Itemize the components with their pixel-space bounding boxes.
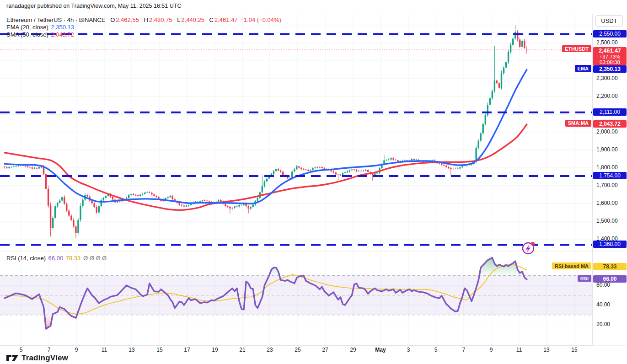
time-tick-label: 9 bbox=[75, 347, 78, 353]
rsi-tick-label: 40.00 bbox=[596, 301, 610, 308]
time-tick-label: 13 bbox=[543, 347, 549, 353]
high-value: 2,480.75 bbox=[149, 16, 172, 23]
time-tick-label: 7 bbox=[48, 347, 51, 353]
price-tick-label: 2,300.00 bbox=[596, 75, 618, 81]
footer-bar: TradingView bbox=[0, 352, 627, 364]
price-line-tag: EMA bbox=[575, 65, 591, 72]
spark-lightning-icon[interactable] bbox=[523, 242, 535, 254]
time-tick-label: 11 bbox=[516, 347, 522, 353]
time-tick-label: 15 bbox=[571, 347, 577, 353]
rsi-value-badge: 66.00 bbox=[593, 275, 627, 283]
time-axis[interactable]: 57911131517192123252729May3579111315 bbox=[0, 345, 592, 353]
time-tick-label: 23 bbox=[267, 347, 273, 353]
rsi-line-tag: RSI bbox=[578, 275, 591, 282]
open-value: 2,462.55 bbox=[116, 16, 139, 23]
rsi-label: RSI (14, close) bbox=[6, 255, 46, 262]
time-tick-label: 3 bbox=[407, 347, 410, 353]
rsi-value-badge: 78.33 bbox=[593, 263, 627, 270]
price-tick-label: 1,700.00 bbox=[596, 182, 618, 188]
ema-value: 2,350.13 bbox=[51, 24, 74, 31]
price-tick-label: 2,200.00 bbox=[596, 93, 618, 99]
price-line-tag: SMA:MA bbox=[565, 120, 591, 127]
chart-frame bbox=[0, 14, 627, 353]
time-tick-label: 29 bbox=[350, 347, 356, 353]
time-tick-label: 21 bbox=[239, 347, 245, 353]
time-tick-label: 13 bbox=[129, 347, 134, 353]
ema-value-badge: 2,350.13 bbox=[593, 65, 627, 73]
rsi-empty-values: Ø Ø Ø Ø bbox=[83, 255, 107, 262]
price-axis[interactable]: 2,500.002,300.002,200.002,000.001,900.00… bbox=[592, 14, 627, 345]
time-tick-label: 11 bbox=[102, 347, 107, 353]
low-key: L bbox=[177, 16, 180, 23]
chart-canvas[interactable] bbox=[0, 14, 627, 353]
low-value: 2,440.25 bbox=[181, 16, 204, 23]
price-level-badge: 1,754.00 bbox=[593, 172, 627, 179]
tradingview-chart-page: ranadagger published on TradingView.com,… bbox=[0, 0, 627, 364]
price-tick-label: 2,000.00 bbox=[596, 128, 618, 135]
change-value: −1.04 (−0.04%) bbox=[240, 16, 281, 23]
open-key: O bbox=[110, 16, 115, 23]
sma-value-badge: 2,043.72 bbox=[593, 120, 627, 128]
tradingview-brand[interactable]: TradingView bbox=[6, 352, 68, 364]
time-tick-label: 27 bbox=[322, 347, 328, 353]
time-tick-label: 5 bbox=[434, 347, 438, 353]
price-level-badge: 2,550.00 bbox=[593, 30, 627, 37]
ema-legend-row[interactable]: EMA (20, close) 2,350.13 bbox=[6, 24, 74, 31]
symbol-price-badge: 2,461.47+37.73%03:08:38 bbox=[593, 47, 627, 65]
publisher-line: ranadagger published on TradingView.com,… bbox=[6, 3, 181, 9]
time-tick-label: 25 bbox=[295, 347, 300, 353]
price-level-badge: 1,368.00 bbox=[593, 241, 627, 248]
close-key: C bbox=[209, 16, 214, 23]
time-tick-label: 5 bbox=[20, 347, 23, 353]
symbol-legend-row[interactable]: Ethereum / TetherUS · 4h · BINANCE O2,46… bbox=[6, 16, 281, 23]
price-level-badge: 2,111.00 bbox=[593, 108, 627, 116]
time-tick-label: 9 bbox=[490, 347, 493, 353]
rsi-legend-row[interactable]: RSI (14, close) 66.00 78.33 Ø Ø Ø Ø bbox=[6, 255, 107, 262]
rsi-value: 66.00 bbox=[48, 255, 64, 262]
price-tick-label: 2,500.00 bbox=[596, 39, 618, 46]
rsi-ma-value: 78.33 bbox=[66, 255, 81, 262]
symbol-badge-percent: +37.73% bbox=[593, 54, 627, 59]
sma-value: 2,043.72 bbox=[51, 31, 74, 38]
symbol-title: Ethereum / TetherUS · 4h · BINANCE bbox=[6, 16, 106, 23]
time-tick-label: 17 bbox=[184, 347, 190, 353]
sma-label: SMA (50, close) bbox=[6, 31, 48, 38]
sma-legend-row[interactable]: SMA (50, close) 2,043.72 bbox=[6, 31, 74, 38]
price-tick-label: 1,900.00 bbox=[596, 146, 618, 153]
high-key: H bbox=[144, 16, 148, 23]
price-tick-label: 1,800.00 bbox=[596, 164, 618, 171]
price-line-tag: ETHUSDT bbox=[562, 45, 591, 52]
symbol-badge-countdown: 03:08:38 bbox=[593, 59, 627, 65]
price-tick-label: 1,500.00 bbox=[596, 218, 618, 224]
rsi-tick-label: 20.00 bbox=[596, 321, 610, 327]
close-value: 2,461.47 bbox=[214, 16, 238, 23]
horizontal-level-lines[interactable] bbox=[0, 34, 592, 245]
time-tick-label: May bbox=[375, 347, 386, 353]
candlestick-series bbox=[4, 25, 527, 238]
symbol-badge-price: 2,461.47 bbox=[593, 48, 627, 54]
price-tick-label: 1,600.00 bbox=[596, 200, 618, 206]
time-tick-label: 7 bbox=[462, 347, 466, 353]
rsi-band bbox=[0, 275, 592, 315]
currency-toggle-button[interactable]: USDT bbox=[595, 15, 623, 27]
time-tick-label: 19 bbox=[212, 347, 218, 353]
rsi-line-tag: RSI-based MA bbox=[552, 262, 591, 269]
rsi-tick-label: 60.00 bbox=[596, 282, 610, 288]
tradingview-brand-text: TradingView bbox=[21, 353, 68, 363]
time-tick-label: 15 bbox=[156, 347, 162, 353]
ema-label: EMA (20, close) bbox=[6, 24, 48, 31]
tradingview-logo-icon bbox=[6, 354, 19, 362]
